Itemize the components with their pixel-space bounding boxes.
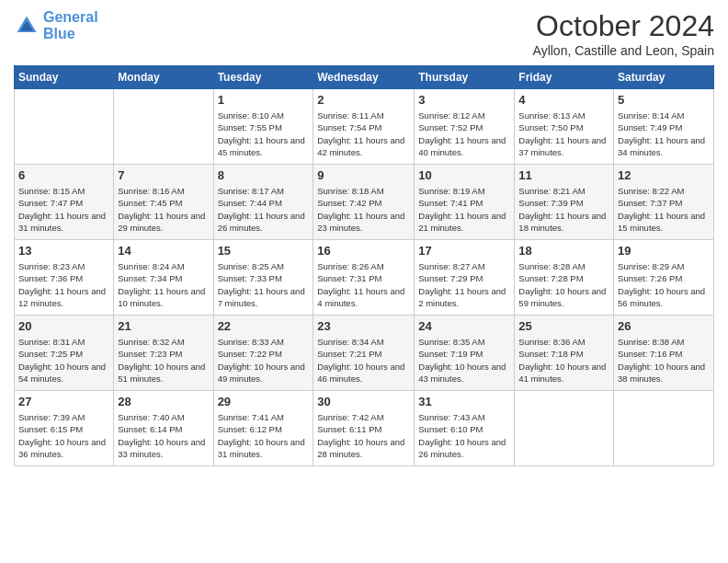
day-info: Daylight: 11 hours and 34 minutes. bbox=[618, 134, 710, 159]
day-number: 3 bbox=[418, 92, 510, 109]
calendar-cell: 15Sunrise: 8:25 AMSunset: 7:33 PMDayligh… bbox=[213, 240, 313, 316]
page: General Blue October 2024 Ayllon, Castil… bbox=[0, 0, 728, 563]
day-number: 16 bbox=[317, 243, 410, 259]
day-info: Sunrise: 8:14 AM bbox=[618, 109, 710, 121]
day-number: 20 bbox=[18, 318, 109, 335]
calendar-cell: 6Sunrise: 8:15 AMSunset: 7:47 PMDaylight… bbox=[15, 165, 114, 240]
calendar-cell: 22Sunrise: 8:33 AMSunset: 7:22 PMDayligh… bbox=[213, 316, 313, 391]
day-info: Sunrise: 8:35 AM bbox=[418, 336, 510, 348]
day-number: 14 bbox=[118, 243, 209, 259]
day-info: Sunset: 7:29 PM bbox=[418, 272, 510, 284]
day-info: Sunrise: 8:17 AM bbox=[218, 185, 310, 197]
weekday-header: Sunday bbox=[15, 66, 114, 89]
calendar-cell: 14Sunrise: 8:24 AMSunset: 7:34 PMDayligh… bbox=[114, 240, 213, 316]
day-info: Sunrise: 8:16 AM bbox=[118, 185, 209, 197]
day-info: Sunset: 7:39 PM bbox=[518, 197, 609, 209]
day-info: Daylight: 11 hours and 45 minutes. bbox=[218, 134, 310, 159]
day-info: Sunset: 7:54 PM bbox=[317, 121, 410, 133]
calendar-cell: 21Sunrise: 8:32 AMSunset: 7:23 PMDayligh… bbox=[114, 316, 213, 391]
calendar-cell: 2Sunrise: 8:11 AMSunset: 7:54 PMDaylight… bbox=[313, 89, 415, 165]
day-number: 15 bbox=[218, 243, 310, 259]
day-info: Daylight: 11 hours and 29 minutes. bbox=[118, 210, 209, 235]
title-section: October 2024 Ayllon, Castille and Leon, … bbox=[533, 9, 714, 58]
day-number: 23 bbox=[317, 318, 410, 335]
day-number: 6 bbox=[18, 167, 109, 184]
day-info: Daylight: 10 hours and 31 minutes. bbox=[218, 436, 310, 461]
calendar-cell: 28Sunrise: 7:40 AMSunset: 6:14 PMDayligh… bbox=[114, 391, 213, 466]
day-info: Daylight: 10 hours and 28 minutes. bbox=[317, 436, 410, 461]
day-number: 18 bbox=[518, 243, 609, 259]
day-info: Sunset: 7:44 PM bbox=[218, 197, 310, 209]
day-info: Daylight: 10 hours and 41 minutes. bbox=[518, 361, 609, 385]
day-number: 31 bbox=[418, 394, 510, 410]
day-number: 27 bbox=[18, 394, 109, 410]
day-number: 22 bbox=[218, 318, 310, 335]
day-info: Sunrise: 8:28 AM bbox=[518, 260, 609, 272]
weekday-header: Saturday bbox=[614, 66, 714, 89]
day-info: Daylight: 10 hours and 38 minutes. bbox=[618, 361, 710, 385]
calendar-cell bbox=[15, 89, 114, 165]
day-info: Daylight: 10 hours and 46 minutes. bbox=[317, 361, 410, 385]
day-info: Sunset: 7:21 PM bbox=[317, 348, 410, 360]
day-info: Daylight: 10 hours and 26 minutes. bbox=[418, 436, 510, 461]
day-info: Daylight: 10 hours and 36 minutes. bbox=[18, 436, 109, 461]
calendar-cell: 1Sunrise: 8:10 AMSunset: 7:55 PMDaylight… bbox=[213, 89, 313, 165]
calendar-cell: 26Sunrise: 8:38 AMSunset: 7:16 PMDayligh… bbox=[614, 316, 714, 391]
day-info: Sunrise: 8:33 AM bbox=[218, 336, 310, 348]
day-info: Sunset: 7:25 PM bbox=[18, 348, 109, 360]
header: General Blue October 2024 Ayllon, Castil… bbox=[14, 9, 714, 58]
day-info: Sunset: 7:16 PM bbox=[618, 348, 710, 360]
calendar-cell: 3Sunrise: 8:12 AMSunset: 7:52 PMDaylight… bbox=[415, 89, 515, 165]
day-info: Sunset: 7:22 PM bbox=[218, 348, 310, 360]
month-title: October 2024 bbox=[533, 9, 714, 43]
logo-text: General Blue bbox=[43, 9, 98, 41]
day-info: Sunrise: 8:23 AM bbox=[18, 260, 109, 272]
day-info: Sunrise: 8:29 AM bbox=[618, 260, 710, 272]
day-number: 21 bbox=[118, 318, 209, 335]
day-info: Daylight: 11 hours and 42 minutes. bbox=[317, 134, 410, 159]
day-info: Sunset: 6:15 PM bbox=[18, 423, 109, 435]
day-info: Sunset: 7:42 PM bbox=[317, 197, 410, 209]
day-info: Sunset: 7:36 PM bbox=[18, 272, 109, 284]
day-info: Sunset: 7:23 PM bbox=[118, 348, 209, 360]
calendar-cell: 31Sunrise: 7:43 AMSunset: 6:10 PMDayligh… bbox=[415, 391, 515, 466]
calendar-cell: 18Sunrise: 8:28 AMSunset: 7:28 PMDayligh… bbox=[515, 240, 614, 316]
day-number: 29 bbox=[218, 394, 310, 410]
day-info: Sunset: 7:34 PM bbox=[118, 272, 209, 284]
day-info: Sunset: 7:41 PM bbox=[418, 197, 510, 209]
calendar-cell: 16Sunrise: 8:26 AMSunset: 7:31 PMDayligh… bbox=[313, 240, 415, 316]
day-info: Daylight: 10 hours and 59 minutes. bbox=[518, 285, 609, 310]
day-info: Sunrise: 8:31 AM bbox=[18, 336, 109, 348]
day-number: 19 bbox=[618, 243, 710, 259]
calendar-cell bbox=[614, 391, 714, 466]
day-info: Daylight: 10 hours and 49 minutes. bbox=[218, 361, 310, 385]
day-info: Sunset: 6:14 PM bbox=[118, 423, 209, 435]
day-info: Daylight: 10 hours and 56 minutes. bbox=[618, 285, 710, 310]
day-info: Daylight: 10 hours and 33 minutes. bbox=[118, 436, 209, 461]
day-number: 13 bbox=[18, 243, 109, 259]
day-info: Sunset: 7:19 PM bbox=[418, 348, 510, 360]
weekday-header: Wednesday bbox=[313, 66, 415, 89]
day-info: Sunrise: 8:12 AM bbox=[418, 109, 510, 121]
calendar-cell: 30Sunrise: 7:42 AMSunset: 6:11 PMDayligh… bbox=[313, 391, 415, 466]
calendar-cell: 25Sunrise: 8:36 AMSunset: 7:18 PMDayligh… bbox=[515, 316, 614, 391]
day-info: Sunset: 7:31 PM bbox=[317, 272, 410, 284]
day-number: 12 bbox=[618, 167, 710, 184]
day-info: Sunrise: 8:18 AM bbox=[317, 185, 410, 197]
calendar-cell: 20Sunrise: 8:31 AMSunset: 7:25 PMDayligh… bbox=[15, 316, 114, 391]
day-info: Sunrise: 8:11 AM bbox=[317, 109, 410, 121]
day-info: Sunrise: 8:22 AM bbox=[618, 185, 710, 197]
day-info: Daylight: 11 hours and 37 minutes. bbox=[518, 134, 609, 159]
day-info: Sunrise: 7:42 AM bbox=[317, 411, 410, 423]
weekday-header: Friday bbox=[515, 66, 614, 89]
weekday-header-row: SundayMondayTuesdayWednesdayThursdayFrid… bbox=[15, 66, 714, 89]
weekday-header: Monday bbox=[114, 66, 213, 89]
calendar-cell: 19Sunrise: 8:29 AMSunset: 7:26 PMDayligh… bbox=[614, 240, 714, 316]
day-info: Daylight: 11 hours and 26 minutes. bbox=[218, 210, 310, 235]
day-number: 1 bbox=[218, 92, 310, 109]
day-info: Sunrise: 8:19 AM bbox=[418, 185, 510, 197]
day-info: Sunset: 7:18 PM bbox=[518, 348, 609, 360]
day-info: Sunset: 7:28 PM bbox=[518, 272, 609, 284]
day-info: Sunrise: 8:26 AM bbox=[317, 260, 410, 272]
location: Ayllon, Castille and Leon, Spain bbox=[533, 43, 714, 58]
